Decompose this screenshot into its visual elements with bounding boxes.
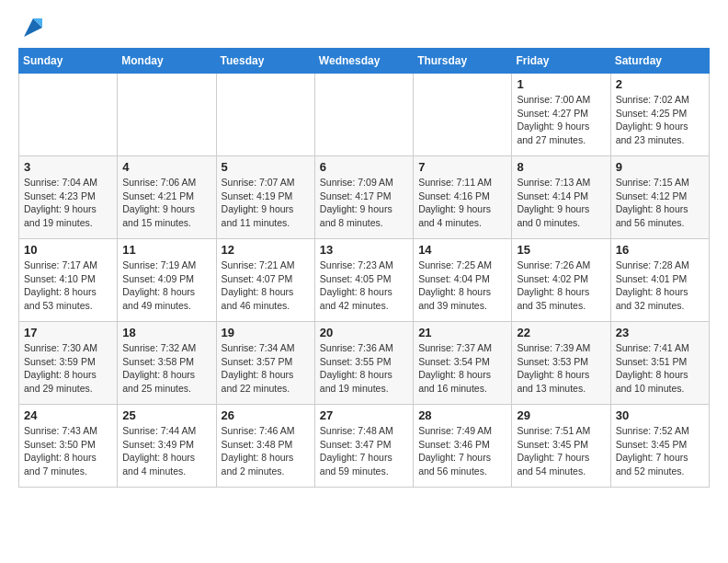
day-number: 8 <box>517 160 605 174</box>
calendar-cell <box>216 74 314 156</box>
calendar-cell: 18Sunrise: 7:32 AMSunset: 3:58 PMDayligh… <box>118 322 216 405</box>
day-number: 30 <box>616 408 704 422</box>
calendar-cell: 1Sunrise: 7:00 AMSunset: 4:27 PMDaylight… <box>512 74 610 156</box>
day-number: 15 <box>517 243 605 257</box>
day-info: Sunrise: 7:07 AMSunset: 4:19 PMDaylight:… <box>222 176 310 230</box>
calendar-cell: 30Sunrise: 7:52 AMSunset: 3:45 PMDayligh… <box>610 405 709 488</box>
calendar-cell: 9Sunrise: 7:15 AMSunset: 4:12 PMDaylight… <box>610 156 709 239</box>
day-info: Sunrise: 7:09 AMSunset: 4:17 PMDaylight:… <box>320 176 408 230</box>
calendar-week-5: 24Sunrise: 7:43 AMSunset: 3:50 PMDayligh… <box>19 405 710 488</box>
calendar-cell: 2Sunrise: 7:02 AMSunset: 4:25 PMDaylight… <box>610 74 709 156</box>
calendar-cell: 23Sunrise: 7:41 AMSunset: 3:51 PMDayligh… <box>610 322 709 405</box>
day-info: Sunrise: 7:51 AMSunset: 3:45 PMDaylight:… <box>517 424 605 478</box>
calendar-cell: 16Sunrise: 7:28 AMSunset: 4:01 PMDayligh… <box>610 239 709 322</box>
calendar-cell: 17Sunrise: 7:30 AMSunset: 3:59 PMDayligh… <box>19 322 118 405</box>
day-number: 14 <box>418 243 506 257</box>
day-info: Sunrise: 7:30 AMSunset: 3:59 PMDaylight:… <box>24 341 112 396</box>
day-number: 21 <box>418 326 506 339</box>
day-info: Sunrise: 7:34 AMSunset: 3:57 PMDaylight:… <box>222 341 310 396</box>
day-info: Sunrise: 7:00 AMSunset: 4:27 PMDaylight:… <box>517 93 605 147</box>
calendar-header-sunday: Sunday <box>19 49 118 74</box>
calendar-cell: 10Sunrise: 7:17 AMSunset: 4:10 PMDayligh… <box>19 239 118 322</box>
day-number: 16 <box>616 243 704 257</box>
day-info: Sunrise: 7:25 AMSunset: 4:04 PMDaylight:… <box>418 259 506 313</box>
calendar-cell: 27Sunrise: 7:48 AMSunset: 3:47 PMDayligh… <box>314 405 413 488</box>
calendar-cell: 11Sunrise: 7:19 AMSunset: 4:09 PMDayligh… <box>118 239 216 322</box>
day-info: Sunrise: 7:32 AMSunset: 3:58 PMDaylight:… <box>122 341 210 396</box>
calendar-cell: 25Sunrise: 7:44 AMSunset: 3:49 PMDayligh… <box>118 405 216 488</box>
calendar-cell: 15Sunrise: 7:26 AMSunset: 4:02 PMDayligh… <box>512 239 610 322</box>
day-number: 2 <box>616 77 704 91</box>
day-number: 20 <box>320 326 408 339</box>
page: SundayMondayTuesdayWednesdayThursdayFrid… <box>0 0 728 502</box>
calendar-cell: 14Sunrise: 7:25 AMSunset: 4:04 PMDayligh… <box>414 239 512 322</box>
day-number: 9 <box>616 160 704 174</box>
day-number: 26 <box>222 408 310 422</box>
calendar-cell: 5Sunrise: 7:07 AMSunset: 4:19 PMDaylight… <box>216 156 314 239</box>
calendar-cell <box>118 74 216 156</box>
day-info: Sunrise: 7:04 AMSunset: 4:23 PMDaylight:… <box>24 176 112 230</box>
day-info: Sunrise: 7:17 AMSunset: 4:10 PMDaylight:… <box>24 259 112 313</box>
calendar-cell: 7Sunrise: 7:11 AMSunset: 4:16 PMDaylight… <box>414 156 512 239</box>
calendar-week-2: 3Sunrise: 7:04 AMSunset: 4:23 PMDaylight… <box>19 156 710 239</box>
day-number: 6 <box>320 160 408 174</box>
calendar-cell <box>414 74 512 156</box>
day-number: 4 <box>122 160 210 174</box>
calendar-table: SundayMondayTuesdayWednesdayThursdayFrid… <box>18 48 710 488</box>
calendar-cell: 6Sunrise: 7:09 AMSunset: 4:17 PMDaylight… <box>314 156 413 239</box>
calendar-header-monday: Monday <box>118 49 216 74</box>
calendar-cell: 20Sunrise: 7:36 AMSunset: 3:55 PMDayligh… <box>314 322 413 405</box>
calendar-cell: 12Sunrise: 7:21 AMSunset: 4:07 PMDayligh… <box>216 239 314 322</box>
day-number: 18 <box>122 326 210 339</box>
calendar-header-thursday: Thursday <box>414 49 512 74</box>
logo <box>18 15 46 40</box>
calendar-week-1: 1Sunrise: 7:00 AMSunset: 4:27 PMDaylight… <box>19 74 710 156</box>
day-number: 22 <box>517 326 605 339</box>
day-info: Sunrise: 7:43 AMSunset: 3:50 PMDaylight:… <box>24 424 112 478</box>
calendar-cell: 19Sunrise: 7:34 AMSunset: 3:57 PMDayligh… <box>216 322 314 405</box>
calendar-cell <box>19 74 118 156</box>
day-number: 24 <box>24 408 112 422</box>
day-info: Sunrise: 7:36 AMSunset: 3:55 PMDaylight:… <box>320 341 408 396</box>
calendar-cell: 4Sunrise: 7:06 AMSunset: 4:21 PMDaylight… <box>118 156 216 239</box>
day-info: Sunrise: 7:02 AMSunset: 4:25 PMDaylight:… <box>616 93 704 147</box>
calendar-cell: 21Sunrise: 7:37 AMSunset: 3:54 PMDayligh… <box>414 322 512 405</box>
day-info: Sunrise: 7:28 AMSunset: 4:01 PMDaylight:… <box>616 259 704 313</box>
day-info: Sunrise: 7:46 AMSunset: 3:48 PMDaylight:… <box>222 424 310 478</box>
calendar-cell: 29Sunrise: 7:51 AMSunset: 3:45 PMDayligh… <box>512 405 610 488</box>
day-info: Sunrise: 7:23 AMSunset: 4:05 PMDaylight:… <box>320 259 408 313</box>
day-info: Sunrise: 7:52 AMSunset: 3:45 PMDaylight:… <box>616 424 704 478</box>
day-info: Sunrise: 7:39 AMSunset: 3:53 PMDaylight:… <box>517 341 605 396</box>
day-number: 12 <box>222 243 310 257</box>
calendar-week-4: 17Sunrise: 7:30 AMSunset: 3:59 PMDayligh… <box>19 322 710 405</box>
day-info: Sunrise: 7:06 AMSunset: 4:21 PMDaylight:… <box>122 176 210 230</box>
calendar-cell: 28Sunrise: 7:49 AMSunset: 3:46 PMDayligh… <box>414 405 512 488</box>
day-info: Sunrise: 7:37 AMSunset: 3:54 PMDaylight:… <box>418 341 506 396</box>
calendar-cell: 26Sunrise: 7:46 AMSunset: 3:48 PMDayligh… <box>216 405 314 488</box>
day-number: 11 <box>122 243 210 257</box>
calendar-cell: 13Sunrise: 7:23 AMSunset: 4:05 PMDayligh… <box>314 239 413 322</box>
day-info: Sunrise: 7:21 AMSunset: 4:07 PMDaylight:… <box>222 259 310 313</box>
day-number: 17 <box>24 326 112 339</box>
day-number: 3 <box>24 160 112 174</box>
calendar-cell: 3Sunrise: 7:04 AMSunset: 4:23 PMDaylight… <box>19 156 118 239</box>
day-number: 7 <box>418 160 506 174</box>
day-number: 25 <box>122 408 210 422</box>
day-number: 27 <box>320 408 408 422</box>
day-number: 10 <box>24 243 112 257</box>
calendar-cell: 24Sunrise: 7:43 AMSunset: 3:50 PMDayligh… <box>19 405 118 488</box>
calendar-week-3: 10Sunrise: 7:17 AMSunset: 4:10 PMDayligh… <box>19 239 710 322</box>
calendar-cell <box>314 74 413 156</box>
day-number: 19 <box>222 326 310 339</box>
calendar-header-row: SundayMondayTuesdayWednesdayThursdayFrid… <box>19 49 710 74</box>
day-info: Sunrise: 7:48 AMSunset: 3:47 PMDaylight:… <box>320 424 408 478</box>
day-number: 29 <box>517 408 605 422</box>
calendar-cell: 8Sunrise: 7:13 AMSunset: 4:14 PMDaylight… <box>512 156 610 239</box>
day-number: 23 <box>616 326 704 339</box>
calendar-header-friday: Friday <box>512 49 610 74</box>
day-info: Sunrise: 7:13 AMSunset: 4:14 PMDaylight:… <box>517 176 605 230</box>
day-info: Sunrise: 7:19 AMSunset: 4:09 PMDaylight:… <box>122 259 210 313</box>
day-info: Sunrise: 7:41 AMSunset: 3:51 PMDaylight:… <box>616 341 704 396</box>
day-number: 5 <box>222 160 310 174</box>
header <box>18 15 710 40</box>
